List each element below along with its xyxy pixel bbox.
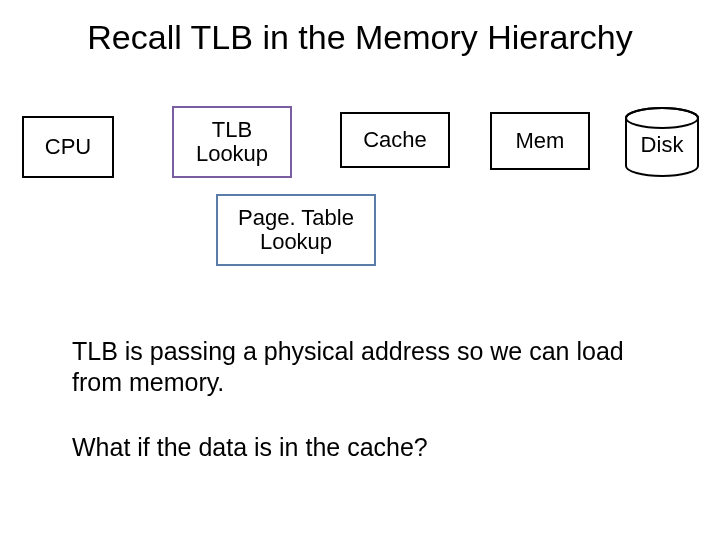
mem-box: Mem: [490, 112, 590, 170]
tlb-lookup-label: TLB Lookup: [174, 118, 290, 166]
body-text-2: What if the data is in the cache?: [72, 432, 662, 463]
cache-box: Cache: [340, 112, 450, 168]
disk-label: Disk: [622, 106, 702, 178]
slide-title: Recall TLB in the Memory Hierarchy: [0, 18, 720, 57]
disk-cylinder: Disk: [622, 106, 702, 178]
page-table-lookup-box: Page. Table Lookup: [216, 194, 376, 266]
slide: Recall TLB in the Memory Hierarchy CPU T…: [0, 0, 720, 540]
cpu-label: CPU: [45, 135, 91, 159]
body-text-1: TLB is passing a physical address so we …: [72, 336, 662, 399]
page-table-lookup-label: Page. Table Lookup: [218, 206, 374, 254]
cache-label: Cache: [363, 128, 427, 152]
mem-label: Mem: [516, 129, 565, 153]
tlb-lookup-box: TLB Lookup: [172, 106, 292, 178]
cpu-box: CPU: [22, 116, 114, 178]
